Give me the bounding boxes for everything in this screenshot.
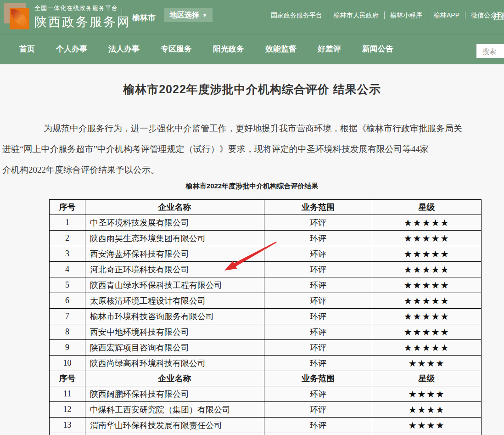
cell-no: 5	[50, 277, 85, 293]
cell-name: 陕西雨昊生态环境集团有限公司	[85, 231, 264, 246]
cell-no: 2	[50, 231, 85, 246]
cell-stars: ★★★★	[372, 418, 482, 433]
table-row-cutoff	[50, 433, 482, 435]
cell-stars: ★★★★★	[372, 309, 482, 324]
column-header: 序号	[50, 200, 85, 215]
nav-item-2[interactable]: 法人办事	[108, 44, 140, 54]
cell-no: 7	[50, 309, 85, 324]
top-link-2[interactable]: 榆林小程序	[385, 11, 428, 19]
search-input[interactable]	[476, 44, 504, 58]
cell-stars: ★★★★★	[372, 231, 482, 246]
table-row: 7榆林市环境科技咨询服务有限公司环评★★★★★	[50, 309, 482, 324]
table-row: 11陕西阔鹏环保科技有限公司环评★★★★	[50, 386, 482, 402]
nav-item-4[interactable]: 阳光政务	[213, 44, 244, 54]
cell-name: 西安海蓝环保科技有限公司	[85, 246, 264, 262]
cell-empty	[372, 433, 482, 435]
cell-name: 渭南华山环保科技发展有限责任公司	[85, 418, 264, 433]
column-header: 业务范围	[264, 371, 372, 386]
cell-no: 13	[50, 418, 85, 433]
header-divider	[122, 8, 122, 26]
announcement-content: 榆林市2022年度涉批中介机构综合评价 结果公示 为规范中介服务行为，进一步强化…	[0, 64, 504, 435]
site-name: 陕西政务服务网	[34, 14, 131, 30]
column-header: 业务范围	[264, 200, 372, 215]
platform-name: 全国一体化在线政务服务平台	[34, 4, 131, 12]
site-logo-icon	[4, 3, 29, 29]
cell-stars: ★★★★★	[372, 215, 482, 231]
table-row: 12中煤科工西安研究院（集团）有限公司环评★★★★	[50, 402, 482, 418]
cell-scope: 环评	[264, 246, 372, 262]
cell-scope: 环评	[264, 340, 372, 356]
table-row: 2陕西雨昊生态环境集团有限公司环评★★★★★	[50, 231, 482, 246]
column-header: 序号	[50, 371, 85, 386]
cell-name: 西安中地环境科技有限公司	[85, 324, 264, 340]
top-link-1[interactable]: 榆林市人民政府	[328, 11, 385, 19]
table-caption: 榆林市2022年度涉批中介机构综合评价结果	[0, 182, 504, 191]
cell-name: 太原核清环境工程设计有限公司	[85, 293, 264, 309]
cell-empty	[264, 433, 372, 435]
cell-scope: 环评	[264, 386, 372, 402]
cell-no: 9	[50, 340, 85, 356]
table-row: 3西安海蓝环保科技有限公司环评★★★★★	[50, 246, 482, 262]
paragraph-line: 进驻“网上中介服务超市”中介机构考评管理规定（试行）》要求，现将评定的中圣环境科…	[0, 139, 504, 159]
region-selector-button[interactable]: 地区选择 ▼	[164, 8, 213, 22]
column-header: 企业名称	[85, 200, 264, 215]
cell-scope: 环评	[264, 262, 372, 277]
nav-item-3[interactable]: 专区服务	[161, 44, 192, 54]
top-link-0[interactable]: 国家政务服务平台	[265, 11, 328, 19]
cell-scope: 环评	[264, 418, 372, 433]
nav-item-0[interactable]: 首页	[19, 44, 35, 54]
cell-no: 11	[50, 386, 85, 402]
cell-stars: ★★★★★	[372, 277, 482, 293]
nav-item-6[interactable]: 好差评	[318, 44, 341, 54]
table-header-row: 序号企业名称业务范围星级	[50, 200, 482, 215]
nav-item-1[interactable]: 个人办事	[56, 44, 87, 54]
cell-stars: ★★★★★	[372, 324, 482, 340]
page-title: 榆林市2022年度涉批中介机构综合评价 结果公示	[0, 64, 504, 97]
site-header: 全国一体化在线政务服务平台 陕西政务服务网 榆林市 地区选择 ▼ 国家政务服务平…	[0, 0, 504, 34]
cell-stars: ★★★★	[372, 402, 482, 418]
table-row: 1中圣环境科技发展有限公司环评★★★★★	[50, 215, 482, 231]
table-row: 10陕西尚绿高科环境科技有限公司环评★★★★	[50, 356, 482, 371]
cell-empty	[50, 433, 85, 435]
cell-stars: ★★★★★	[372, 340, 482, 356]
paragraph-line: 为规范中介服务行为，进一步强化中介监管工作，更好地提升我市营商环境，根据《榆林市…	[0, 118, 504, 139]
current-city-label: 榆林市	[132, 12, 156, 23]
region-selector-label: 地区选择	[170, 11, 199, 20]
cell-no: 6	[50, 293, 85, 309]
evaluation-table-body: 序号企业名称业务范围星级1中圣环境科技发展有限公司环评★★★★★2陕西雨昊生态环…	[50, 200, 482, 435]
table-header-row: 序号企业名称业务范围星级	[50, 371, 482, 386]
column-header: 星级	[372, 200, 482, 215]
cell-stars: ★★★★★	[372, 262, 482, 277]
nav-item-5[interactable]: 效能监督	[265, 44, 297, 54]
nav-items: 首页个人办事法人办事专区服务阳光政务效能监督好差评新闻公告	[0, 34, 504, 64]
table-row: 4河北奇正环境科技有限公司环评★★★★★	[50, 262, 482, 277]
cell-scope: 环评	[264, 277, 372, 293]
cell-no: 4	[50, 262, 85, 277]
cell-stars: ★★★★★	[372, 246, 482, 262]
column-header: 企业名称	[85, 371, 264, 386]
brand-text: 全国一体化在线政务服务平台 陕西政务服务网	[34, 4, 131, 30]
cell-no: 12	[50, 402, 85, 418]
paragraph-line: 介机构2022年度综合评价结果予以公示。	[0, 159, 504, 180]
top-link-3[interactable]: 榆林APP	[428, 11, 465, 19]
cell-scope: 环评	[264, 324, 372, 340]
cell-name: 榆林市环境科技咨询服务有限公司	[85, 309, 264, 324]
evaluation-table: 序号企业名称业务范围星级1中圣环境科技发展有限公司环评★★★★★2陕西雨昊生态环…	[49, 199, 482, 435]
column-header: 星级	[372, 371, 482, 386]
cell-scope: 环评	[264, 309, 372, 324]
cell-no: 8	[50, 324, 85, 340]
cell-no: 10	[50, 356, 85, 371]
nav-item-7[interactable]: 新闻公告	[362, 44, 393, 54]
cell-name: 中煤科工西安研究院（集团）有限公司	[85, 402, 264, 418]
search-box	[476, 44, 504, 58]
top-links: 国家政务服务平台榆林市人民政府榆林小程序榆林APP微信公众号	[265, 11, 504, 19]
register-link[interactable]: 注册	[493, 11, 504, 22]
main-nav: 首页个人办事法人办事专区服务阳光政务效能监督好差评新闻公告	[0, 34, 504, 64]
cell-scope: 环评	[264, 293, 372, 309]
cell-empty	[85, 433, 264, 435]
cell-no: 3	[50, 246, 85, 262]
cell-name: 陕西阔鹏环保科技有限公司	[85, 386, 264, 402]
cell-scope: 环评	[264, 356, 372, 371]
cell-stars: ★★★★	[372, 386, 482, 402]
cell-name: 中圣环境科技发展有限公司	[85, 215, 264, 231]
